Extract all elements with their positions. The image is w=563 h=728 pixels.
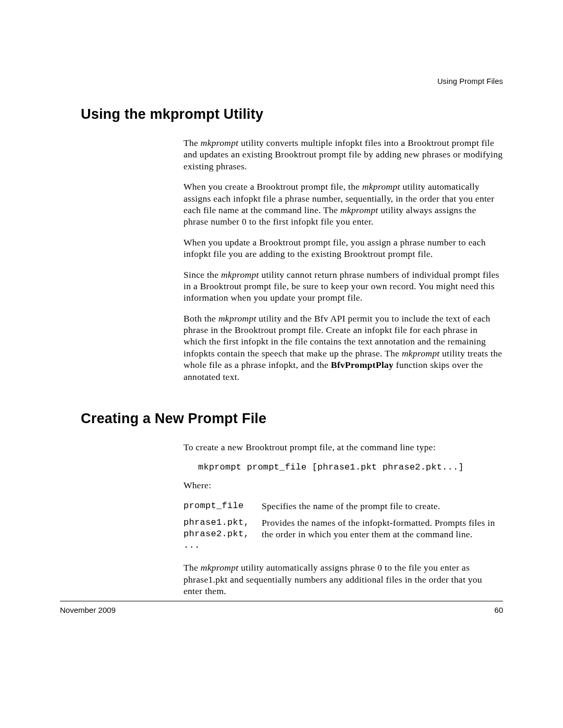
definition-term: prompt_file	[183, 500, 262, 512]
term-bfvpromptplay: BfvPromptPlay	[331, 360, 394, 370]
section2-body: To create a new Brooktrout prompt file, …	[183, 441, 503, 597]
text: The	[183, 138, 201, 148]
para: Both the mkprompt utility and the Bfv AP…	[183, 313, 503, 382]
running-header: Using Prompt Files	[437, 77, 503, 85]
term-mkprompt: mkprompt	[218, 313, 256, 324]
term-mkprompt: mkprompt	[362, 181, 400, 192]
text: Both the	[183, 313, 218, 324]
text: When you create a Brooktrout prompt file…	[183, 181, 362, 192]
term-mkprompt: mkprompt	[402, 348, 440, 359]
footer: November 2009 60	[60, 606, 503, 614]
definition-table: prompt_file Specifies the name of the pr…	[183, 500, 503, 552]
definition-desc: Provides the names of the infopkt-format…	[262, 517, 503, 540]
para: To create a new Brooktrout prompt file, …	[183, 441, 503, 453]
heading-creating-prompt-file: Creating a New Prompt File	[81, 411, 503, 427]
para: The mkprompt utility converts multiple i…	[183, 137, 503, 172]
term-mkprompt: mkprompt	[201, 138, 239, 148]
para: When you update a Brooktrout prompt file…	[183, 237, 503, 260]
definition-desc: Specifies the name of the prompt file to…	[262, 500, 440, 512]
command-line: mkprompt prompt_file [phrase1.pkt phrase…	[198, 462, 503, 473]
para: The mkprompt utility automatically assig…	[183, 562, 503, 597]
definition-row: prompt_file Specifies the name of the pr…	[183, 500, 503, 512]
footer-date: November 2009	[60, 606, 116, 614]
heading-using-mkprompt: Using the mkprompt Utility	[81, 106, 503, 122]
footer-page-number: 60	[494, 606, 503, 614]
definition-term: phrase1.pkt, phrase2.pkt, ...	[183, 517, 262, 551]
term-mkprompt: mkprompt	[201, 562, 239, 573]
term-mkprompt: mkprompt	[340, 205, 378, 215]
para: When you create a Brooktrout prompt file…	[183, 181, 503, 228]
term-mkprompt: mkprompt	[221, 269, 259, 280]
text: The	[183, 562, 201, 573]
page: Using Prompt Files Using the mkprompt Ut…	[0, 0, 563, 728]
text: Since the	[183, 269, 221, 280]
definition-row: phrase1.pkt, phrase2.pkt, ... Provides t…	[183, 517, 503, 551]
where-label: Where:	[183, 479, 503, 491]
footer-rule	[60, 601, 503, 601]
para: Since the mkprompt utility cannot return…	[183, 269, 503, 304]
section1-body: The mkprompt utility converts multiple i…	[183, 137, 503, 382]
